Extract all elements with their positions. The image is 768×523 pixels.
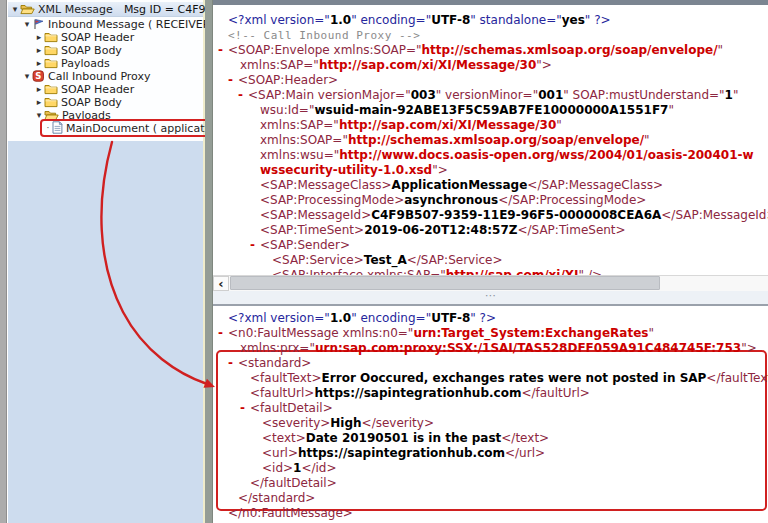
scrollbar-thumb[interactable]: [230, 276, 660, 290]
xml-segment-t: </url>: [505, 446, 545, 460]
tree-item[interactable]: ▾SCall Inbound Proxy: [8, 69, 203, 82]
chevron-down-icon[interactable]: ▾: [22, 19, 32, 29]
tree-item[interactable]: ▸SOAP Body: [8, 95, 203, 108]
chevron-right-icon[interactable]: ▸: [34, 45, 44, 55]
xml-segment-t: xmlns:SOAP=": [260, 133, 348, 147]
xml-segment-t: <faultText>: [250, 371, 322, 385]
folder-closed-icon: [44, 44, 58, 56]
xml-line: -<SAP:Sender>: [213, 238, 768, 253]
panel-splitter-horizontal[interactable]: ⋯: [213, 291, 768, 304]
collapse-minus-icon[interactable]: -: [238, 88, 243, 103]
chevron-down-icon[interactable]: ▾: [10, 4, 20, 14]
xml-segment-t: ": [718, 43, 724, 57]
xml-segment-t: <url>: [262, 446, 298, 460]
xml-segment-t: ">: [536, 58, 552, 72]
xml-segment-v: 1.0: [330, 13, 351, 27]
xml-segment-v: Date 20190501 is in the past: [306, 431, 502, 445]
collapse-minus-icon[interactable]: -: [218, 43, 223, 58]
scroll-left-icon: ‹: [218, 277, 223, 290]
xml-segment-t: ": [556, 118, 562, 132]
tree-item[interactable]: ·MainDocument ( application/xml ): [8, 121, 203, 134]
tree-item-label: Inbound Message ( RECEIVER ): [48, 17, 218, 31]
collapse-minus-icon[interactable]: -: [218, 326, 223, 341]
chevron-right-icon[interactable]: ▸: [34, 97, 44, 107]
xml-segment-t: xmlns:prx=": [240, 341, 315, 355]
xml-segment-t: <SAP:Main versionMajor=": [248, 88, 411, 102]
folder-closed-icon: [44, 31, 58, 43]
xml-segment-n: wssecurity-utility-1.0.xsd: [260, 163, 432, 177]
xml-segment-t: </SAP:Service>: [407, 253, 503, 267]
chevron-down-icon[interactable]: ▾: [22, 71, 32, 81]
xml-segment-t: <SOAP:Envelope xmlns:SOAP=": [228, 43, 421, 57]
xml-segment-n: http://sap.com/xi/XI: [446, 268, 579, 275]
xml-segment-v: UTF-8: [431, 13, 470, 27]
xml-segment-t: <id>: [262, 461, 293, 475]
tree-items: ▾Inbound Message ( RECEIVER )▸SOAP Heade…: [8, 17, 203, 134]
collapse-minus-icon[interactable]: -: [250, 238, 255, 253]
xml-segment-v: 1.0: [330, 311, 351, 325]
panel-splitter-vertical[interactable]: [205, 0, 213, 523]
xml-line: <SAP:Service>Test_A</SAP:Service>: [213, 253, 768, 268]
chevron-right-icon[interactable]: ▸: [34, 32, 44, 42]
sap-xml-message-viewer: ▾ XML Message Msg ID = C4F9B5079359 ▾Inb…: [0, 0, 768, 523]
xml-segment-t: </faultDetail>: [250, 476, 337, 490]
xml-line: <faultUrl>https://sapintegrationhub.com<…: [213, 386, 768, 401]
bullet-icon: ·: [44, 123, 52, 133]
tree-item[interactable]: ▸SOAP Header: [8, 82, 203, 95]
folder-open-icon: [20, 3, 35, 15]
folder-closed-icon: [44, 83, 58, 95]
xml-line: -<faultDetail>: [213, 401, 768, 416]
xml-segment-v: Error Ooccured, exchanges rates were not…: [322, 371, 707, 385]
xml-segment-d: " encoding=": [351, 13, 431, 27]
xml-segment-t: <SAP:TimeSent>: [260, 223, 364, 237]
chevron-down-icon[interactable]: ▾: [34, 110, 44, 120]
xml-line: -<SAP:Main versionMajor="003" versionMin…: [213, 88, 768, 103]
xml-segment-v: asynchronous: [404, 193, 498, 207]
xml-segment-t: </faultText>: [706, 371, 768, 385]
xml-line: <faultText>Error Ooccured, exchanges rat…: [213, 371, 768, 386]
tree-item-label: SOAP Header: [61, 82, 134, 96]
xml-segment-t: <standard>: [238, 356, 311, 370]
xml-segment-t: <faultDetail>: [250, 401, 333, 415]
tree-item-label: SOAP Header: [61, 30, 134, 44]
xml-segment-v: ApplicationMessage: [392, 178, 528, 192]
xml-line: wsu:Id="wsuid-main-92ABE13F5C59AB7FE1000…: [213, 103, 768, 118]
tree-item[interactable]: ▸Payloads: [8, 56, 203, 69]
xml-line: xmlns:SAP="http://sap.com/xi/XI/Message/…: [213, 118, 768, 133]
xml-line: -<SOAP:Header>: [213, 73, 768, 88]
scrollbar-track[interactable]: [229, 276, 768, 291]
xml-line: </faultDetail>: [213, 476, 768, 491]
xml-segment-d: " standalone=": [470, 13, 561, 27]
xml-line: <SAP:TimeSent>2019-06-20T12:48:57Z</SAP:…: [213, 223, 768, 238]
chevron-right-icon[interactable]: ▸: [34, 84, 44, 94]
xml-line: -<n0:FaultMessage xmlns:n0="urn:Target_S…: [213, 326, 768, 341]
xml-segment-t: ">: [432, 163, 448, 177]
xml-line: xmlns:wsu="http://www.docs.oasis-open.or…: [213, 148, 768, 163]
xml-segment-t: ": [648, 326, 654, 340]
xml-line: wssecurity-utility-1.0.xsd">: [213, 163, 768, 178]
chevron-right-icon[interactable]: ▸: [34, 58, 44, 68]
folder-closed-icon: [44, 57, 58, 69]
xml-line: xmlns:SAP="http://sap.com/xi/XI/Message/…: [213, 58, 768, 73]
xml-segment-t: wsu:Id=": [260, 103, 314, 117]
xml-segment-t: <SAP:MessageClass>: [260, 178, 392, 192]
tree-item-xml-message[interactable]: ▾ XML Message Msg ID = C4F9B5079359: [8, 2, 203, 17]
xml-segment-t: </severity>: [362, 416, 434, 430]
xml-segment-t: </SAP:MessageId>: [661, 208, 768, 222]
xml-segment-t: <n0:FaultMessage xmlns:n0=": [228, 326, 413, 340]
collapse-minus-icon[interactable]: -: [240, 401, 245, 416]
xml-segment-t: " versionMinor=": [436, 88, 538, 102]
xml-segment-t: ": [733, 88, 739, 102]
tree-item[interactable]: ▾Inbound Message ( RECEIVER ): [8, 17, 203, 30]
tree-item[interactable]: ▸SOAP Body: [8, 43, 203, 56]
xml-segment-v: High: [330, 416, 361, 430]
folder-closed-icon: [44, 96, 58, 108]
collapse-minus-icon[interactable]: -: [228, 73, 233, 88]
xml-line: -<standard>: [213, 356, 768, 371]
window-left-border: [0, 0, 7, 523]
xml-segment-v: 2019-06-20T12:48:57Z: [364, 223, 517, 237]
xml-line: -<SOAP:Envelope xmlns:SOAP="http://schem…: [213, 43, 768, 58]
collapse-minus-icon[interactable]: -: [228, 356, 233, 371]
tree-item[interactable]: ▸SOAP Header: [8, 30, 203, 43]
scroll-left-button[interactable]: ‹: [213, 276, 229, 291]
